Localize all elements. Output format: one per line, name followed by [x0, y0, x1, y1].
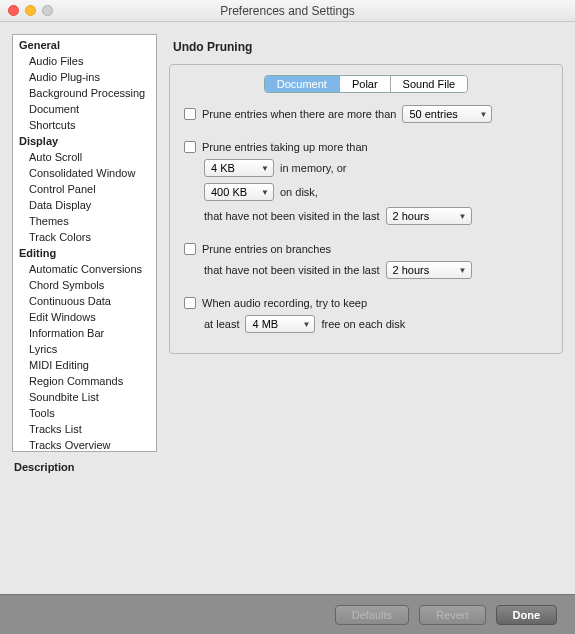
sidebar-item[interactable]: Data Display — [13, 197, 156, 213]
titlebar: Preferences and Settings — [0, 0, 575, 22]
audio-rec-value: 4 MB — [252, 318, 278, 330]
prune-count-label: Prune entries when there are more than — [202, 108, 396, 120]
branches-visited-row: that have not been visited in the last 2… — [204, 261, 548, 279]
prune-count-select[interactable]: 50 entries ▼ — [402, 105, 492, 123]
sidebar-item[interactable]: Lyrics — [13, 341, 156, 357]
sidebar-item[interactable]: Background Processing — [13, 85, 156, 101]
sidebar-item[interactable]: Tracks Overview — [13, 437, 156, 451]
audio-rec-suffix: free on each disk — [321, 318, 405, 330]
audio-rec-value-row: at least 4 MB ▼ free on each disk — [204, 315, 548, 333]
tab-segment: DocumentPolarSound File — [264, 75, 468, 93]
sidebar-item[interactable]: Shortcuts — [13, 117, 156, 133]
prune-visited-value: 2 hours — [393, 210, 430, 222]
prune-count-value: 50 entries — [409, 108, 457, 120]
sidebar-item[interactable]: Themes — [13, 213, 156, 229]
footer: Defaults Revert Done — [0, 594, 575, 634]
tab[interactable]: Polar — [340, 76, 391, 92]
window-title: Preferences and Settings — [0, 4, 575, 18]
chevron-down-icon: ▼ — [261, 164, 269, 173]
prune-size-checkbox[interactable] — [184, 141, 196, 153]
sidebar-item[interactable]: Edit Windows — [13, 309, 156, 325]
main-area: GeneralAudio FilesAudio Plug-insBackgrou… — [0, 22, 575, 457]
chevron-down-icon: ▼ — [459, 212, 467, 221]
audio-rec-select[interactable]: 4 MB ▼ — [245, 315, 315, 333]
sidebar-item[interactable]: Information Bar — [13, 325, 156, 341]
branches-visited-select[interactable]: 2 hours ▼ — [386, 261, 472, 279]
chevron-down-icon: ▼ — [303, 320, 311, 329]
section-title: Undo Pruning — [173, 40, 563, 54]
prune-disk-select[interactable]: 400 KB ▼ — [204, 183, 274, 201]
prune-mem-suffix: in memory, or — [280, 162, 346, 174]
sidebar-item[interactable]: Auto Scroll — [13, 149, 156, 165]
sidebar-item[interactable]: Audio Files — [13, 53, 156, 69]
audio-rec-checkbox[interactable] — [184, 297, 196, 309]
sidebar-item[interactable]: Document — [13, 101, 156, 117]
sidebar-category[interactable]: General — [13, 37, 156, 53]
audio-rec-label: When audio recording, try to keep — [202, 297, 367, 309]
chevron-down-icon: ▼ — [261, 188, 269, 197]
audio-rec-row: When audio recording, try to keep — [184, 297, 548, 309]
prune-mem-row: 4 KB ▼ in memory, or — [204, 159, 548, 177]
tab[interactable]: Sound File — [391, 76, 468, 92]
sidebar-item[interactable]: Consolidated Window — [13, 165, 156, 181]
sidebar-item[interactable]: Chord Symbols — [13, 277, 156, 293]
prune-branches-row: Prune entries on branches — [184, 243, 548, 255]
sidebar-item[interactable]: Automatic Conversions — [13, 261, 156, 277]
chevron-down-icon: ▼ — [459, 266, 467, 275]
prune-mem-select[interactable]: 4 KB ▼ — [204, 159, 274, 177]
prune-size-row: Prune entries taking up more than — [184, 141, 548, 153]
sidebar-category[interactable]: Display — [13, 133, 156, 149]
tab[interactable]: Document — [265, 76, 340, 92]
revert-button[interactable]: Revert — [419, 605, 485, 625]
done-button[interactable]: Done — [496, 605, 558, 625]
sidebar-item[interactable]: Region Commands — [13, 373, 156, 389]
sidebar-item[interactable]: Soundbite List — [13, 389, 156, 405]
audio-rec-prefix: at least — [204, 318, 239, 330]
settings-panel: DocumentPolarSound File Prune entries wh… — [169, 64, 563, 354]
prune-disk-value: 400 KB — [211, 186, 247, 198]
description-label: Description — [14, 461, 575, 473]
prune-mem-value: 4 KB — [211, 162, 235, 174]
prune-visited-prefix: that have not been visited in the last — [204, 210, 380, 222]
branches-visited-prefix: that have not been visited in the last — [204, 264, 380, 276]
sidebar-category[interactable]: Editing — [13, 245, 156, 261]
sidebar-list[interactable]: GeneralAudio FilesAudio Plug-insBackgrou… — [13, 35, 156, 451]
sidebar-item[interactable]: Tracks List — [13, 421, 156, 437]
sidebar-item[interactable]: Track Colors — [13, 229, 156, 245]
prune-count-row: Prune entries when there are more than 5… — [184, 105, 548, 123]
prune-size-label: Prune entries taking up more than — [202, 141, 368, 153]
prune-branches-checkbox[interactable] — [184, 243, 196, 255]
prune-visited-select[interactable]: 2 hours ▼ — [386, 207, 472, 225]
prune-branches-label: Prune entries on branches — [202, 243, 331, 255]
prune-visited-row: that have not been visited in the last 2… — [204, 207, 548, 225]
sidebar-item[interactable]: Continuous Data — [13, 293, 156, 309]
defaults-button[interactable]: Defaults — [335, 605, 409, 625]
prune-disk-row: 400 KB ▼ on disk, — [204, 183, 548, 201]
sidebar-item[interactable]: MIDI Editing — [13, 357, 156, 373]
content-pane: Undo Pruning DocumentPolarSound File Pru… — [157, 34, 563, 457]
prune-disk-suffix: on disk, — [280, 186, 318, 198]
sidebar-item[interactable]: Audio Plug-ins — [13, 69, 156, 85]
prune-count-checkbox[interactable] — [184, 108, 196, 120]
sidebar-item[interactable]: Control Panel — [13, 181, 156, 197]
sidebar-item[interactable]: Tools — [13, 405, 156, 421]
sidebar: GeneralAudio FilesAudio Plug-insBackgrou… — [12, 34, 157, 452]
chevron-down-icon: ▼ — [480, 110, 488, 119]
tab-bar: DocumentPolarSound File — [184, 75, 548, 93]
branches-visited-value: 2 hours — [393, 264, 430, 276]
